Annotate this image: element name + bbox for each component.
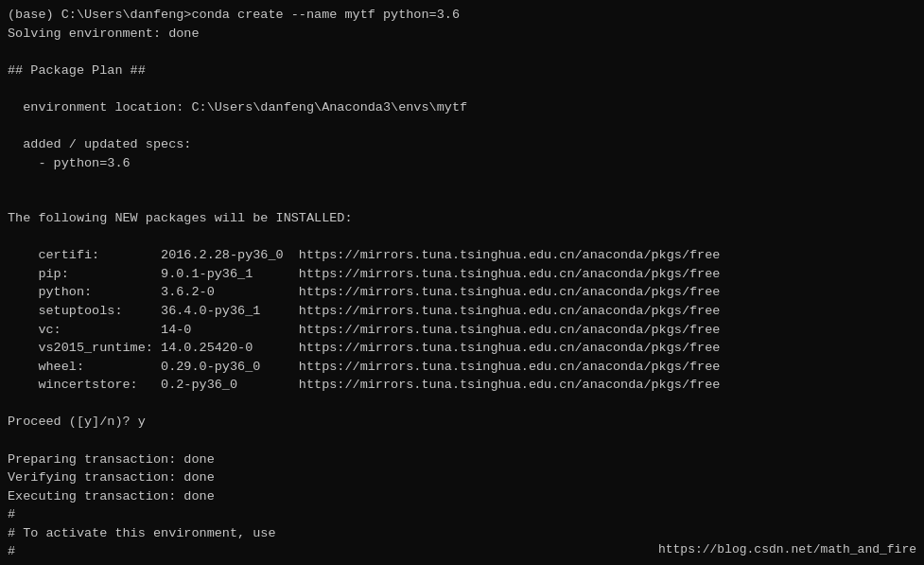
terminal-window: (base) C:\Users\danfeng>conda create --n…: [0, 0, 924, 565]
terminal-output: (base) C:\Users\danfeng>conda create --n…: [8, 6, 916, 565]
watermark-text: https://blog.csdn.net/math_and_fire: [658, 541, 916, 559]
